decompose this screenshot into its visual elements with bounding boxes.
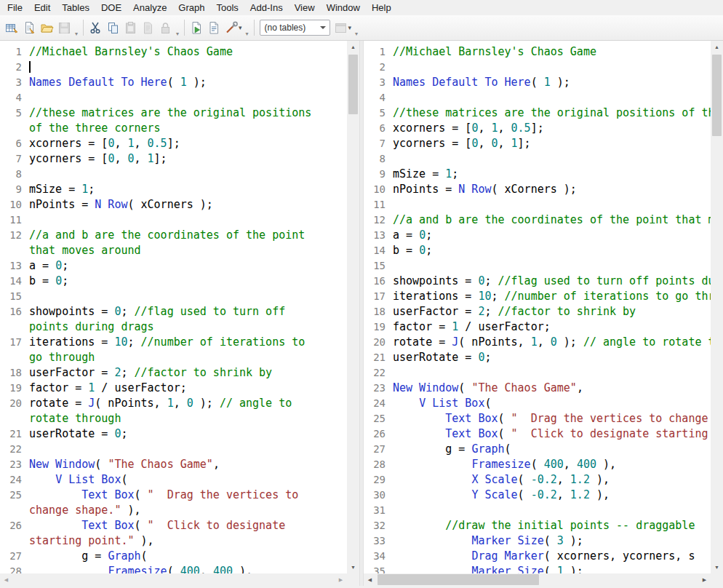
code-line-text[interactable]: ycorners = [0, 0, 1];: [29, 151, 322, 167]
code-line[interactable]: 7ycorners = [0, 0, 1];: [364, 136, 711, 151]
code-line-text[interactable]: mSize = 1;: [29, 182, 322, 197]
cut-button[interactable]: [87, 19, 104, 36]
open-button[interactable]: [38, 19, 55, 36]
code-line-text[interactable]: g = Graph(: [29, 549, 322, 564]
table-selector-combobox[interactable]: (no tables): [260, 20, 330, 36]
scroll-up-arrow-icon[interactable]: ▲: [711, 41, 723, 53]
run-script-button[interactable]: [188, 19, 205, 36]
toolbar-overflow-icon[interactable]: ▾: [353, 31, 360, 37]
code-line-text[interactable]: a = 0;: [393, 228, 432, 243]
menu-item-help[interactable]: Help: [366, 1, 397, 15]
code-line-text[interactable]: userRotate = 0;: [29, 426, 322, 442]
code-line-text[interactable]: b = 0;: [393, 243, 432, 258]
code-line[interactable]: 6xcorners = [0, 1, 0.5];: [0, 136, 347, 151]
code-line[interactable]: 19factor = 1 / userFactor;: [0, 381, 347, 396]
scroll-down-arrow-icon[interactable]: ▼: [711, 561, 723, 573]
code-line[interactable]: 2: [0, 60, 347, 75]
code-line-text[interactable]: showpoints = 0; //flag used to turn off …: [393, 274, 711, 289]
code-line-text[interactable]: //a and b are the coordinates of the poi…: [393, 212, 711, 228]
menu-item-window[interactable]: Window: [321, 1, 366, 15]
code-line[interactable]: 10nPoints = N Row( xCorners );: [364, 182, 711, 197]
code-line-text[interactable]: factor = 1 / userFactor;: [29, 381, 322, 396]
code-line-text[interactable]: //Michael Barnsley's Chaos Game: [393, 44, 596, 60]
new-data-table-button[interactable]: [3, 19, 20, 36]
scroll-left-arrow-icon[interactable]: ◀: [0, 573, 12, 586]
code-line[interactable]: 23New Window( "The Chaos Game",: [364, 381, 711, 396]
code-line-text[interactable]: nPoints = N Row( xCorners );: [393, 182, 577, 197]
code-line[interactable]: 24 V List Box(: [364, 396, 711, 411]
scroll-left-arrow-icon[interactable]: ◀: [364, 573, 376, 586]
code-line-text[interactable]: Framesize( 400, 400 ),: [29, 564, 322, 573]
code-line[interactable]: 15: [0, 289, 347, 304]
menu-item-analyze[interactable]: Analyze: [127, 1, 172, 15]
code-line-text[interactable]: Drag Marker( xcorners, ycorners, s: [393, 549, 695, 564]
code-line[interactable]: 17iterations = 10; //number of iteration…: [364, 289, 711, 304]
scrollbar-thumb[interactable]: [712, 55, 722, 136]
menu-item-tables[interactable]: Tables: [56, 1, 95, 15]
code-line-text[interactable]: b = 0;: [29, 274, 322, 289]
code-line[interactable]: 21userRotate = 0;: [364, 350, 711, 365]
code-line[interactable]: 16showpoints = 0; //flag used to turn of…: [364, 274, 711, 289]
code-line-text[interactable]: Text Box( " Click to designate starting …: [29, 518, 322, 549]
code-line[interactable]: 4: [364, 90, 711, 106]
code-line[interactable]: 13a = 0;: [0, 258, 347, 274]
code-line[interactable]: 10nPoints = N Row( xCorners );: [0, 197, 347, 212]
code-line-text[interactable]: xcorners = [0, 1, 0.5];: [29, 136, 322, 151]
code-line-text[interactable]: Marker Size( 1 );: [393, 564, 583, 573]
code-line-text[interactable]: factor = 1 / userFactor;: [393, 319, 551, 335]
code-line[interactable]: 27 g = Graph(: [0, 549, 347, 564]
code-line-text[interactable]: userFactor = 2; //factor to shrink by: [393, 304, 636, 319]
menu-item-add-ins[interactable]: Add-Ins: [244, 1, 289, 15]
menu-item-graph[interactable]: Graph: [172, 1, 210, 15]
code-line-text[interactable]: userRotate = 0;: [393, 350, 491, 365]
code-line[interactable]: 6xcorners = [0, 1, 0.5];: [364, 121, 711, 136]
code-line[interactable]: 16showpoints = 0; //flag used to turn of…: [0, 304, 347, 335]
code-line-text[interactable]: Text Box( " Drag the vertices to change …: [29, 488, 322, 518]
code-line[interactable]: 14b = 0;: [364, 243, 711, 258]
toolbar-overflow-icon[interactable]: ▾: [73, 31, 80, 37]
code-line[interactable]: 5//these matrices are the original posit…: [364, 106, 711, 121]
code-line-text[interactable]: Framesize( 400, 400 ),: [393, 457, 616, 472]
code-line[interactable]: 24 V List Box(: [0, 472, 347, 488]
code-line-text[interactable]: rotate = J( nPoints, 1, 0 ); // angle to…: [29, 396, 322, 426]
code-line[interactable]: 3Names Default To Here( 1 );: [0, 75, 347, 90]
code-line-text[interactable]: nPoints = N Row( xCorners );: [29, 197, 322, 212]
code-line[interactable]: 21userRotate = 0;: [0, 426, 347, 442]
code-line[interactable]: 7ycorners = [0, 0, 1];: [0, 151, 347, 167]
code-line-text[interactable]: //these matrices are the original positi…: [29, 106, 322, 136]
menu-item-doe[interactable]: DOE: [95, 1, 127, 15]
code-line[interactable]: 2: [364, 60, 711, 75]
tools-button[interactable]: [223, 19, 240, 36]
menu-item-view[interactable]: View: [289, 1, 321, 15]
code-line-text[interactable]: a = 0;: [29, 258, 322, 274]
scrollbar-track[interactable]: [376, 573, 698, 586]
code-line[interactable]: 1//Michael Barnsley's Chaos Game: [364, 44, 711, 60]
scrollbar-track[interactable]: [12, 573, 335, 586]
code-line[interactable]: 27 g = Graph(: [364, 442, 711, 457]
toolbar-overflow-icon[interactable]: ▾: [244, 31, 251, 37]
menu-item-edit[interactable]: Edit: [28, 1, 56, 15]
code-line[interactable]: 18userFactor = 2; //factor to shrink by: [364, 304, 711, 319]
code-line-text[interactable]: Y Scale( -0.2, 1.2 ),: [393, 488, 610, 503]
code-line[interactable]: 35 Marker Size( 1 );: [364, 564, 711, 573]
code-view-left[interactable]: 1//Michael Barnsley's Chaos Game23Names …: [0, 41, 347, 573]
code-line[interactable]: 5//these matrices are the original posit…: [0, 106, 347, 136]
code-line-text[interactable]: //Michael Barnsley's Chaos Game: [29, 44, 322, 60]
code-line-text[interactable]: //a and b are the coordinates of the poi…: [29, 228, 322, 258]
code-line[interactable]: 25 Text Box( " Drag the vertices to chan…: [364, 411, 711, 426]
code-line[interactable]: 20rotate = J( nPoints, 1, 0 ); // angle …: [0, 396, 347, 426]
code-line[interactable]: 12//a and b are the coordinates of the p…: [0, 228, 347, 258]
new-script-button[interactable]: [20, 19, 38, 36]
code-line[interactable]: 11: [0, 212, 347, 228]
code-line[interactable]: 13a = 0;: [364, 228, 711, 243]
scroll-right-arrow-icon[interactable]: ▶: [698, 573, 711, 586]
code-line-text[interactable]: New Window( "The Chaos Game",: [29, 457, 322, 472]
code-line[interactable]: 22: [364, 365, 711, 381]
code-line[interactable]: 28 Framesize( 400, 400 ),: [364, 457, 711, 472]
horizontal-scrollbar-right[interactable]: ◀ ▶: [364, 573, 711, 586]
code-line[interactable]: 22: [0, 442, 347, 457]
code-line[interactable]: 14b = 0;: [0, 274, 347, 289]
code-line[interactable]: 8: [364, 151, 711, 167]
code-line-text[interactable]: V List Box(: [29, 472, 322, 488]
code-line[interactable]: 12//a and b are the coordinates of the p…: [364, 212, 711, 228]
